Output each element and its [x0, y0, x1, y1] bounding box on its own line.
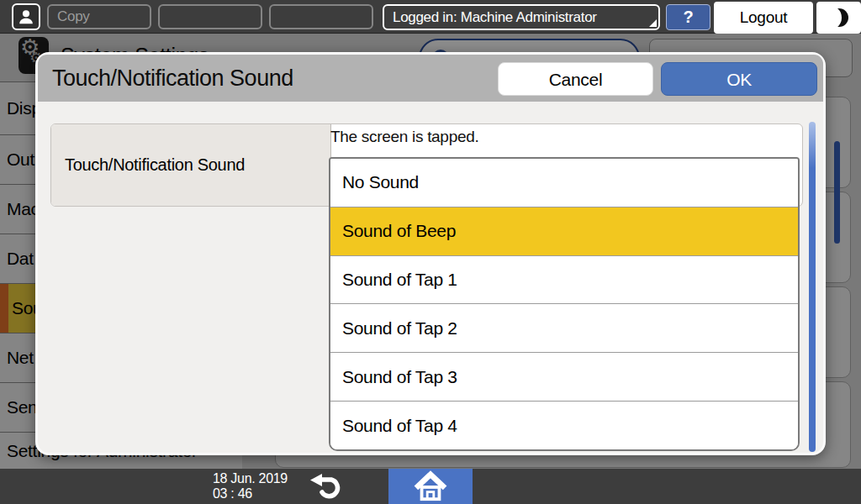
home-button[interactable] — [388, 469, 473, 504]
setting-description: The screen is tapped. — [330, 128, 478, 146]
moon-icon — [830, 8, 848, 27]
datetime-display: 18 Jun. 2019 03 : 46 — [213, 471, 288, 501]
tab-copy[interactable]: Copy — [47, 4, 151, 29]
dialog-header: Touch/Notification Sound Cancel OK — [38, 55, 823, 102]
home-icon — [412, 470, 449, 502]
option-sound-of-tap-4[interactable]: Sound of Tap 4 — [330, 401, 798, 449]
back-button[interactable] — [296, 472, 360, 501]
option-sound-of-tap-1[interactable]: Sound of Tap 1 — [330, 255, 798, 304]
energy-saver-button[interactable] — [816, 2, 861, 34]
sound-options-list: No Sound Sound of Beep Sound of Tap 1 So… — [329, 157, 800, 451]
option-sound-of-tap-3[interactable]: Sound of Tap 3 — [330, 352, 798, 401]
user-icon — [17, 8, 35, 26]
top-bar: Copy Logged in: Machine Administrator ? … — [0, 0, 861, 34]
option-no-sound[interactable]: No Sound — [330, 159, 798, 207]
dialog-title: Touch/Notification Sound — [52, 55, 293, 102]
time-text: 03 : 46 — [213, 486, 288, 501]
login-status-dropdown[interactable]: Logged in: Machine Administrator — [383, 4, 660, 30]
touch-notification-sound-dialog: Touch/Notification Sound Cancel OK Touch… — [35, 52, 826, 455]
option-sound-of-beep[interactable]: Sound of Beep — [330, 207, 798, 255]
dialog-scrollbar[interactable] — [809, 122, 816, 452]
user-button[interactable] — [12, 3, 40, 30]
ok-button[interactable]: OK — [661, 62, 817, 96]
logout-button[interactable]: Logout — [714, 2, 813, 34]
bottom-bar: 18 Jun. 2019 03 : 46 — [0, 469, 861, 504]
date-text: 18 Jun. 2019 — [213, 471, 288, 486]
tab-slot-2[interactable] — [158, 4, 262, 29]
dropdown-corner-icon — [649, 19, 657, 27]
tab-copy-label: Copy — [57, 8, 90, 24]
help-button[interactable]: ? — [666, 4, 710, 30]
setting-label: Touch/Notification Sound — [51, 124, 331, 206]
option-sound-of-tap-2[interactable]: Sound of Tap 2 — [330, 303, 798, 352]
back-arrow-icon — [309, 473, 347, 500]
device-screen: Copy Logged in: Machine Administrator ? … — [0, 0, 861, 504]
tab-slot-3[interactable] — [269, 4, 373, 29]
login-status-label: Logged in: Machine Administrator — [393, 9, 597, 25]
cancel-button[interactable]: Cancel — [498, 62, 653, 96]
